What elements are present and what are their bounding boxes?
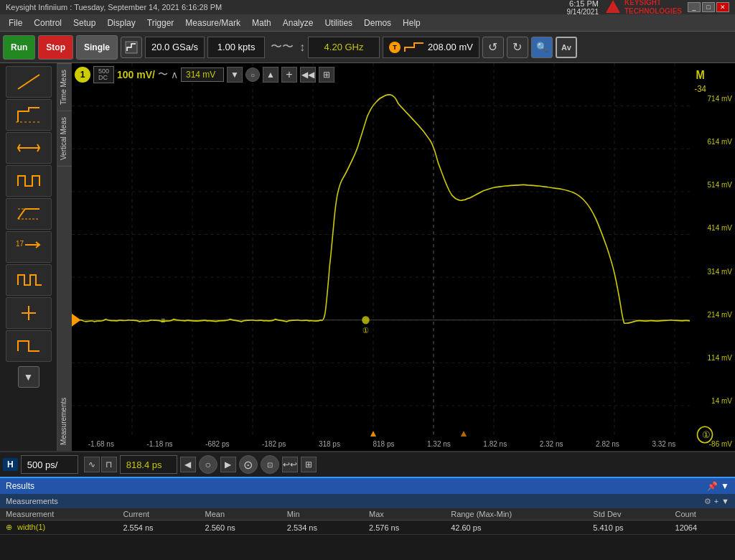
svg-marker-0 (606, 0, 620, 13)
meas-stddev: 5.410 ps (587, 521, 669, 535)
menu-utilities[interactable]: Utilities (319, 17, 358, 29)
sidebar-icon-pulse[interactable] (6, 165, 52, 197)
time-label-4: 318 ps (319, 440, 340, 448)
col-max: Max (363, 508, 445, 521)
ch1-scroll-left[interactable]: ◀◀ (300, 67, 316, 83)
run-button[interactable]: Run (3, 35, 35, 60)
table-row[interactable]: ⊕ width(1) 2.554 ns 2.560 ns 2.534 ns 2.… (0, 521, 735, 535)
voltage-label-214: 214 mV (695, 311, 732, 319)
menu-math[interactable]: Math (246, 17, 277, 29)
sidebar-icon-rise[interactable] (6, 198, 52, 230)
sidebar-icon-plus[interactable] (6, 297, 52, 329)
vertical-meas-tab[interactable]: Vertical Meas (57, 111, 72, 166)
menu-trigger[interactable]: Trigger (141, 17, 180, 29)
menu-file[interactable]: File (3, 17, 28, 29)
ch1-down-btn[interactable]: ▼ (227, 67, 243, 83)
numbered-icon: 17 (14, 236, 43, 258)
sidebar-down-arrow[interactable]: ▼ (18, 366, 39, 388)
plus-icon (14, 302, 43, 324)
nav-center-btn[interactable]: ○ (199, 455, 217, 474)
results-label: Results (6, 481, 34, 491)
waveform-type-icon1[interactable]: 〜 (158, 68, 168, 81)
undo-button[interactable]: ↺ (482, 37, 504, 58)
time-div-display: 500 ps/ (21, 455, 78, 474)
menu-setup[interactable]: Setup (67, 17, 101, 29)
col-range: Range (Max-Min) (445, 508, 587, 521)
pin-btn[interactable]: ⊞ (301, 457, 317, 472)
sample-rate-display: 20.0 GSa/s (145, 37, 205, 58)
time-label-6: 1.32 ns (427, 440, 451, 448)
menu-analyze[interactable]: Analyze (277, 17, 319, 29)
menu-display[interactable]: Display (101, 17, 141, 29)
title-bar-right: 6:15 PM 9/14/2021 KEYSIGHTTECHNOLOGIES _… (566, 0, 729, 16)
svg-text:M: M (696, 69, 704, 82)
redo-button[interactable]: ↻ (507, 37, 528, 58)
voltage-label-714: 714 mV (695, 95, 732, 103)
ch1-circle[interactable]: 1 (75, 67, 90, 83)
pin-icon[interactable]: 📌 (707, 481, 718, 491)
ch1-circle-btn[interactable]: ○ (245, 67, 260, 82)
waveform-svg: ① ≡ M -34 ① (72, 63, 735, 451)
title-text: Keysight Infiniium : Tuesday, September … (6, 3, 222, 11)
sidebar-icon-time[interactable] (6, 132, 52, 164)
close-button[interactable]: ✕ (716, 2, 729, 12)
ch1-voltage-readout: 314 mV (181, 67, 224, 82)
marker-value-display: 818.4 ps (120, 455, 177, 474)
return-btn[interactable]: ↩↩ (282, 457, 298, 472)
meas-current: 2.554 ns (117, 521, 199, 535)
collapse-meas-icon[interactable]: ▼ (721, 497, 729, 506)
dot-icon-btn[interactable]: ⊡ (261, 455, 279, 474)
ch1-up-btn[interactable]: ▲ (263, 67, 278, 83)
side-tabs: Time Meas Vertical Meas Measurements (57, 63, 72, 451)
collapse-icon[interactable]: ▼ (721, 481, 729, 491)
trigger-edge-icon (124, 40, 139, 55)
measurements-side-tab[interactable]: Measurements (57, 166, 72, 451)
menu-help[interactable]: Help (397, 17, 426, 29)
sidebar-icon-diagonal[interactable] (6, 66, 52, 98)
waveform-square-btn[interactable]: ⊓ (101, 457, 117, 472)
gear-icon[interactable]: ⚙ (704, 497, 711, 506)
ch1-settings[interactable]: 500DC (93, 66, 114, 83)
toolbar: Run Stop Single 20.0 GSa/s 1.00 kpts 〜〜 … (0, 32, 735, 63)
voltage-label-614: 614 mV (695, 138, 732, 146)
zoom-icon-btn[interactable]: ⊙ (239, 455, 258, 474)
trigger-mode-button[interactable] (121, 37, 142, 58)
sidebar-icon-numbered[interactable]: 17 (6, 231, 52, 263)
maximize-button[interactable]: □ (702, 2, 715, 12)
results-controls: 📌 ▼ (707, 481, 729, 491)
h-label: H (3, 458, 18, 471)
sidebar-icon-single-pulse[interactable] (6, 330, 52, 362)
col-mean: Mean (200, 508, 281, 521)
measure-icon-button[interactable]: Av (556, 37, 577, 58)
single-button[interactable]: Single (76, 35, 118, 60)
menu-measuremark[interactable]: Measure/Mark (179, 17, 246, 29)
scope-display[interactable]: 1 500DC 100 mV/ 〜 ∧ 314 mV ▼ ○ ▲ + ◀◀ ⊞ (72, 63, 735, 451)
time-arrows-icon (14, 137, 43, 159)
waveform-type-icon2[interactable]: ∧ (171, 69, 178, 80)
waveform-nav: ∿ ⊓ (84, 457, 117, 472)
sidebar-icon-step[interactable] (6, 99, 52, 131)
minimize-button[interactable]: _ (688, 2, 701, 12)
nav-right-btn[interactable]: ▶ (220, 457, 236, 472)
measurements-label: Measurements (6, 497, 58, 505)
ch1-label-bar: 1 500DC 100 mV/ 〜 ∧ 314 mV ▼ ○ ▲ + ◀◀ ⊞ (75, 66, 334, 83)
trigger-voltage: 208.00 mV (428, 42, 473, 52)
meas-name: width(1) (17, 523, 45, 531)
waveform-sine-btn[interactable]: ∿ (84, 457, 100, 472)
logo-text: KEYSIGHTTECHNOLOGIES (624, 0, 682, 16)
sidebar-icon-square[interactable] (6, 264, 52, 296)
rise-icon (14, 203, 43, 225)
time-label-5: 818 ps (373, 440, 394, 448)
stop-button[interactable]: Stop (38, 35, 73, 60)
ch1-plus-btn[interactable]: + (281, 67, 297, 83)
nav-left-btn[interactable]: ◀ (180, 457, 196, 472)
svg-text:≡: ≡ (161, 316, 165, 325)
time-label-1: -1.18 ns (146, 440, 172, 448)
ch1-volts[interactable]: 100 mV/ (117, 69, 155, 80)
zoom-button[interactable]: 🔍 (531, 37, 553, 58)
menu-control[interactable]: Control (28, 17, 67, 29)
add-measurement-icon[interactable]: + (714, 497, 718, 506)
time-meas-tab[interactable]: Time Meas (57, 63, 72, 111)
menu-demos[interactable]: Demos (358, 17, 397, 29)
ch1-pin-btn[interactable]: ⊞ (319, 67, 334, 83)
